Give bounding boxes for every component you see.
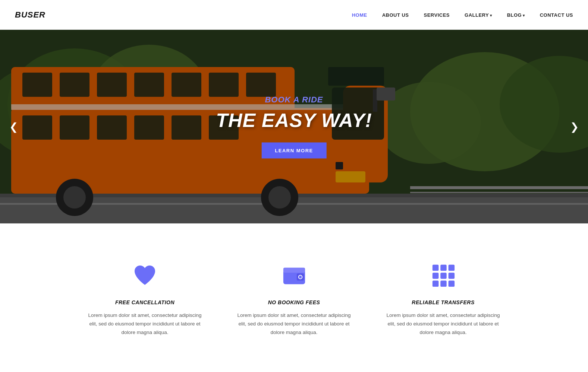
svg-rect-48 bbox=[440, 273, 447, 279]
feature-no-booking-fees: NO BOOKING FEES Lorem ipsum dolor sit am… bbox=[220, 253, 369, 344]
svg-rect-47 bbox=[432, 273, 438, 279]
svg-rect-46 bbox=[448, 265, 455, 271]
wallet-icon-container bbox=[235, 261, 354, 290]
feature-title-cancellation: FREE CANCELLATION bbox=[85, 299, 205, 305]
svg-rect-45 bbox=[440, 265, 447, 271]
wallet-icon bbox=[282, 263, 307, 288]
svg-rect-44 bbox=[432, 265, 438, 271]
feature-text-transfers: Lorem ipsum dolor sit amet, consectetur … bbox=[384, 311, 503, 337]
gallery-dropdown-arrow: ▾ bbox=[490, 13, 492, 18]
heart-icon bbox=[133, 264, 157, 287]
nav-item-contact[interactable]: CONTACT US bbox=[540, 12, 573, 18]
grid-icon-container bbox=[384, 261, 503, 290]
svg-rect-41 bbox=[283, 268, 305, 273]
nav-item-services[interactable]: SERVICES bbox=[424, 12, 450, 18]
hero-title: THE EASY WAY! bbox=[216, 109, 372, 131]
svg-rect-51 bbox=[440, 281, 447, 287]
nav-link-blog[interactable]: BLOG▾ bbox=[507, 12, 525, 18]
nav-item-home[interactable]: HOME bbox=[352, 12, 367, 18]
learn-more-button[interactable]: LEARN MORE bbox=[261, 143, 326, 159]
navbar: BUSER HOME ABOUT US SERVICES GALLERY▾ BL… bbox=[0, 0, 588, 30]
hero-content: BOOK A RIDE THE EASY WAY! LEARN MORE bbox=[216, 95, 372, 159]
nav-link-about[interactable]: ABOUT US bbox=[382, 12, 409, 18]
nav-item-gallery[interactable]: GALLERY▾ bbox=[465, 12, 492, 18]
svg-rect-52 bbox=[448, 281, 455, 287]
feature-text-booking: Lorem ipsum dolor sit amet, consectetur … bbox=[235, 311, 354, 337]
svg-point-43 bbox=[298, 275, 302, 279]
blog-dropdown-arrow: ▾ bbox=[523, 13, 525, 18]
grid-icon bbox=[431, 263, 456, 288]
hero-subtitle: BOOK A RIDE bbox=[216, 95, 372, 105]
heart-icon-container bbox=[85, 261, 205, 290]
nav-link-gallery[interactable]: GALLERY▾ bbox=[465, 12, 492, 18]
hero-prev-button[interactable]: ❮ bbox=[6, 117, 22, 137]
nav-item-about[interactable]: ABOUT US bbox=[382, 12, 409, 18]
nav-link-contact[interactable]: CONTACT US bbox=[540, 12, 573, 18]
svg-rect-50 bbox=[432, 281, 438, 287]
nav-item-blog[interactable]: BLOG▾ bbox=[507, 12, 525, 18]
feature-text-cancellation: Lorem ipsum dolor sit amet, consectetur … bbox=[85, 311, 205, 337]
hero-next-button[interactable]: ❯ bbox=[566, 117, 582, 137]
feature-title-transfers: RELIABLE TRANSFERS bbox=[384, 299, 503, 305]
svg-rect-49 bbox=[448, 273, 455, 279]
brand-logo[interactable]: BUSER bbox=[15, 10, 45, 20]
feature-reliable-transfers: RELIABLE TRANSFERS Lorem ipsum dolor sit… bbox=[369, 253, 518, 344]
feature-free-cancellation: FREE CANCELLATION Lorem ipsum dolor sit … bbox=[70, 253, 220, 344]
feature-title-booking: NO BOOKING FEES bbox=[235, 299, 354, 305]
hero-section: BOOK A RIDE THE EASY WAY! LEARN MORE ❮ ❯ bbox=[0, 30, 588, 223]
nav-link-home[interactable]: HOME bbox=[352, 12, 367, 18]
nav-link-services[interactable]: SERVICES bbox=[424, 12, 450, 18]
nav-menu: HOME ABOUT US SERVICES GALLERY▾ BLOG▾ CO… bbox=[352, 12, 573, 18]
features-section: FREE CANCELLATION Lorem ipsum dolor sit … bbox=[0, 223, 588, 367]
